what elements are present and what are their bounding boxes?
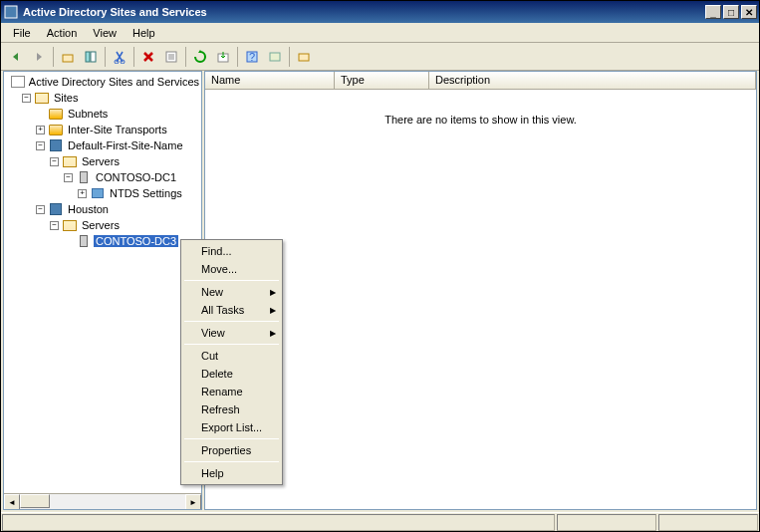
menu-help[interactable]: Help [125, 25, 163, 41]
svg-rect-14 [299, 54, 309, 61]
delete-button[interactable] [137, 46, 159, 68]
cut-button[interactable] [109, 46, 130, 68]
expander-icon[interactable]: − [22, 94, 31, 103]
back-button[interactable] [5, 46, 27, 68]
help-button[interactable]: ? [241, 46, 263, 68]
svg-rect-3 [91, 52, 96, 62]
toolbar: ? [1, 43, 759, 71]
titlebar: Active Directory Sites and Services _ □ … [1, 1, 759, 23]
tree-dc1[interactable]: − CONTOSO-DC1 [4, 169, 201, 185]
column-type[interactable]: Type [335, 72, 429, 89]
list-header: Name Type Description [205, 72, 756, 90]
tree-dc3[interactable]: CONTOSO-DC3 [4, 233, 201, 249]
toolbar-separator [105, 47, 106, 67]
export-button[interactable] [212, 46, 234, 68]
expander-icon[interactable]: + [36, 126, 45, 134]
ctx-cut[interactable]: Cut [183, 347, 280, 365]
scroll-right-button[interactable]: ► [185, 494, 201, 510]
refresh-button[interactable] [189, 46, 211, 68]
submenu-arrow-icon: ▶ [270, 288, 276, 297]
show-hide-button[interactable] [80, 46, 102, 68]
expander-icon[interactable]: − [50, 157, 59, 166]
tree-sites[interactable]: − Sites [4, 90, 201, 106]
ctx-all-tasks[interactable]: All Tasks▶ [183, 301, 280, 319]
tree-scrollbar[interactable]: ◄ ► [4, 493, 201, 509]
app-icon [3, 4, 19, 20]
svg-rect-0 [5, 6, 17, 18]
ctx-rename[interactable]: Rename [183, 383, 280, 400]
toolbar-separator [133, 47, 134, 67]
column-name[interactable]: Name [205, 72, 335, 89]
ctx-view[interactable]: View▶ [183, 324, 280, 342]
tree-houston[interactable]: − Houston [4, 201, 201, 217]
tree-default-site[interactable]: − Default-First-Site-Name [4, 137, 201, 153]
ntds-icon [90, 186, 106, 200]
folder-icon [48, 107, 64, 121]
tree-intersite[interactable]: + Inter-Site Transports [4, 122, 201, 137]
expander-icon[interactable]: + [78, 189, 87, 198]
filter-button[interactable] [264, 46, 286, 68]
up-button[interactable] [57, 46, 79, 68]
tree-panel[interactable]: Active Directory Sites and Services − Si… [3, 71, 202, 510]
scroll-left-button[interactable]: ◄ [4, 494, 20, 510]
minimize-button[interactable]: _ [705, 5, 721, 19]
toolbar-separator [237, 47, 238, 67]
toolbar-separator [289, 47, 290, 67]
ctx-properties[interactable]: Properties [183, 441, 280, 459]
selected-node: CONTOSO-DC3 [94, 235, 178, 247]
menubar: File Action View Help [1, 23, 759, 43]
list-body: There are no items to show in this view. [205, 90, 756, 509]
tree-ntds[interactable]: + NTDS Settings [4, 185, 201, 201]
svg-rect-13 [270, 53, 280, 61]
maximize-button[interactable]: □ [723, 5, 739, 19]
submenu-arrow-icon: ▶ [270, 329, 276, 338]
server-icon [76, 234, 92, 248]
properties-button[interactable] [160, 46, 182, 68]
window-controls: _ □ ✕ [705, 5, 757, 19]
ctx-separator [184, 344, 279, 345]
ctx-export[interactable]: Export List... [183, 418, 280, 436]
folder-open-icon [62, 218, 78, 232]
scroll-thumb[interactable] [20, 494, 50, 508]
root-icon [11, 75, 25, 89]
expander-icon[interactable]: − [36, 141, 45, 150]
status-main [2, 514, 555, 531]
toolbar-separator [53, 47, 54, 67]
expander-icon[interactable]: − [50, 221, 59, 230]
tree-servers[interactable]: − Servers [4, 153, 201, 169]
ctx-separator [184, 438, 279, 439]
svg-rect-2 [86, 52, 90, 62]
forward-button[interactable] [28, 46, 50, 68]
submenu-arrow-icon: ▶ [270, 306, 276, 315]
list-panel: Name Type Description There are no items… [204, 71, 757, 510]
tree-servers2[interactable]: − Servers [4, 217, 201, 233]
ctx-new[interactable]: New▶ [183, 283, 280, 301]
ctx-move[interactable]: Move... [183, 260, 280, 278]
tree-subnets[interactable]: Subnets [4, 106, 201, 122]
status-cell [658, 514, 758, 531]
toolbar-separator [185, 47, 186, 67]
column-description[interactable]: Description [429, 72, 756, 89]
svg-text:?: ? [249, 51, 255, 63]
ctx-find[interactable]: Find... [183, 242, 280, 260]
ctx-delete[interactable]: Delete [183, 365, 280, 383]
content-area: Active Directory Sites and Services − Si… [1, 71, 759, 512]
folder-open-icon [34, 91, 50, 105]
new-button[interactable] [293, 46, 315, 68]
folder-open-icon [62, 154, 78, 168]
ctx-separator [184, 280, 279, 281]
svg-rect-1 [63, 55, 73, 62]
server-icon [76, 170, 92, 184]
site-icon [48, 202, 64, 216]
tree-root[interactable]: Active Directory Sites and Services [4, 74, 201, 90]
ctx-separator [184, 461, 279, 462]
ctx-help[interactable]: Help [183, 464, 280, 482]
expander-icon[interactable]: − [64, 173, 73, 182]
menu-action[interactable]: Action [39, 25, 86, 41]
menu-file[interactable]: File [5, 25, 39, 41]
expander-icon[interactable]: − [36, 205, 45, 214]
close-button[interactable]: ✕ [741, 5, 757, 19]
menu-view[interactable]: View [85, 25, 125, 41]
ctx-refresh[interactable]: Refresh [183, 400, 280, 418]
site-icon [48, 138, 64, 152]
